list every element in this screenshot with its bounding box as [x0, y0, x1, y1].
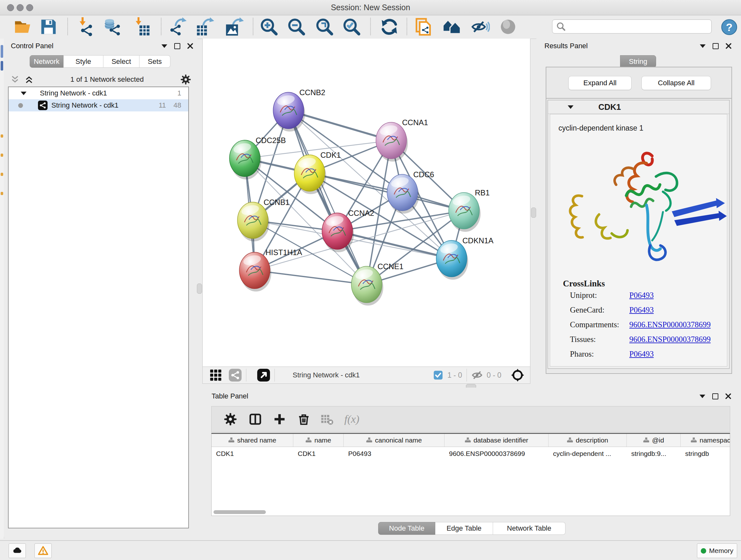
panel-menu-icon[interactable]	[700, 44, 705, 48]
collapse-all-networks-icon[interactable]	[10, 75, 20, 84]
column-header-database-identifier[interactable]: database identifier	[445, 434, 549, 447]
crosslink-link[interactable]: P06493	[629, 291, 654, 300]
column-header-canonical-name[interactable]: canonical name	[344, 434, 445, 447]
network-options-gear-icon[interactable]	[180, 74, 191, 85]
tab-string[interactable]: String	[620, 55, 656, 68]
node-table-body: CDK1CDK1P064939606.ENSP00000378699cyclin…	[212, 447, 730, 460]
cloud-status-button[interactable]	[9, 543, 26, 558]
create-column-icon[interactable]	[273, 413, 286, 426]
zoom-in-icon[interactable]	[259, 17, 279, 37]
panel-menu-icon[interactable]	[161, 44, 167, 48]
import-table-file-icon[interactable]	[132, 17, 151, 37]
node-CCNB2[interactable]: CCNB2	[273, 88, 325, 132]
node-label: RB1	[475, 188, 490, 197]
node-HIST1H1A[interactable]: HIST1H1A	[239, 248, 302, 292]
node-CDC25B[interactable]: CDC25B	[229, 136, 286, 179]
memory-button[interactable]: Memory	[697, 543, 737, 558]
node-CCNA1[interactable]: CCNA1	[376, 118, 428, 162]
warnings-button[interactable]	[35, 543, 52, 558]
fit-selected-crosshair-icon[interactable]	[510, 368, 525, 382]
import-network-database-icon[interactable]	[103, 17, 122, 37]
show-columns-icon[interactable]	[249, 413, 262, 426]
import-network-file-icon[interactable]	[77, 17, 96, 37]
panel-float-icon[interactable]	[712, 393, 718, 399]
panel-close-icon[interactable]	[725, 393, 731, 399]
table-cell[interactable]: stringdb:9...	[627, 447, 681, 460]
hide-glass-effect-icon[interactable]	[471, 17, 490, 37]
clone-network-icon[interactable]	[413, 17, 432, 37]
crosslink-link[interactable]: P06493	[629, 306, 654, 314]
open-session-icon[interactable]	[13, 17, 32, 37]
gene-section-header[interactable]: CDK1	[548, 100, 729, 114]
edge-CCNB2-CCNE1[interactable]	[288, 111, 367, 285]
table-cell[interactable]: stringdb	[681, 447, 730, 460]
table-cell[interactable]: 9606.ENSP00000378699	[445, 447, 549, 460]
table-hscrollbar-thumb[interactable]	[213, 510, 266, 514]
network-collection-row[interactable]: String Network - cdk1 1	[9, 87, 188, 99]
node-CCNA2[interactable]: CCNA2	[322, 209, 374, 252]
node-CDKN1A[interactable]: CDKN1A	[436, 236, 493, 280]
crosslink-link[interactable]: 9606.ENSP00000378699	[629, 320, 711, 329]
column-header-description[interactable]: description	[549, 434, 627, 447]
node-CCNE1[interactable]: CCNE1	[351, 262, 403, 306]
table-row[interactable]: CDK1CDK1P064939606.ENSP00000378699cyclin…	[212, 447, 730, 460]
tab-network-table[interactable]: Network Table	[493, 522, 565, 535]
tab-edge-table[interactable]: Edge Table	[435, 522, 493, 535]
birds-eye-view-icon[interactable]	[257, 369, 270, 381]
tab-style[interactable]: Style	[64, 55, 104, 68]
table-cell[interactable]: P06493	[344, 447, 445, 460]
delete-column-icon[interactable]	[297, 413, 311, 426]
expand-all-button[interactable]: Expand All	[568, 76, 631, 90]
string-network-graph[interactable]: CCNB2CCNA1CDC25BCDK1CDC6RB1CCNB1CCNA2CDK…	[203, 39, 530, 366]
export-table-icon[interactable]	[196, 17, 215, 37]
edge-HIST1H1A-CCNE1[interactable]	[255, 270, 367, 285]
column-header-namespace[interactable]: namespace	[681, 434, 730, 447]
save-session-icon[interactable]	[39, 17, 58, 37]
node-RB1[interactable]: RB1	[449, 188, 490, 232]
export-network-icon[interactable]	[169, 17, 188, 37]
selected-checkbox-icon[interactable]	[433, 370, 443, 380]
search-field[interactable]	[552, 19, 712, 34]
vertical-splitter-grip[interactable]	[531, 207, 536, 218]
table-cell[interactable]: CDK1	[293, 447, 344, 460]
search-input[interactable]	[568, 22, 704, 31]
column-header-@id[interactable]: @id	[627, 434, 681, 447]
table-options-gear-icon[interactable]	[224, 413, 237, 426]
table-cell[interactable]: cyclin-dependent ...	[549, 447, 627, 460]
crosslink-link[interactable]: P06493	[629, 350, 654, 359]
node-CDC6[interactable]: CDC6	[387, 170, 434, 213]
edge-CDK1-RB1[interactable]	[310, 173, 464, 211]
column-header-shared-name[interactable]: shared name	[212, 434, 293, 447]
collapse-all-button[interactable]: Collapse All	[642, 76, 711, 90]
home-icon[interactable]	[442, 17, 461, 37]
zoom-fit-icon[interactable]	[315, 17, 334, 37]
vertical-splitter-grip[interactable]	[197, 284, 202, 294]
panel-float-icon[interactable]	[174, 43, 180, 49]
tab-node-table[interactable]: Node Table	[378, 522, 435, 535]
zoom-out-icon[interactable]	[287, 17, 306, 37]
network-grid-view-icon[interactable]	[210, 369, 222, 381]
network-row-selected[interactable]: String Network - cdk1 11 48	[9, 99, 188, 111]
network-canvas[interactable]: CCNB2CCNA1CDC25BCDK1CDC6RB1CCNB1CCNA2CDK…	[202, 39, 530, 367]
apply-layout-icon[interactable]	[380, 17, 399, 37]
table-hscrollbar[interactable]	[212, 510, 729, 514]
panel-close-icon[interactable]	[726, 43, 731, 49]
collection-expander-icon[interactable]	[21, 91, 26, 95]
zoom-selected-icon[interactable]	[342, 17, 361, 37]
panel-close-icon[interactable]	[187, 43, 193, 49]
export-image-icon[interactable]	[226, 17, 245, 37]
table-cell[interactable]: CDK1	[212, 447, 293, 460]
expand-all-networks-icon[interactable]	[24, 75, 34, 84]
panel-menu-icon[interactable]	[699, 395, 705, 398]
tab-network[interactable]: Network	[30, 55, 64, 68]
node-CCNB1[interactable]: CCNB1	[238, 198, 289, 241]
gene-expander-icon[interactable]	[568, 105, 574, 109]
tab-sets[interactable]: Sets	[139, 55, 171, 68]
crosslink-link[interactable]: 9606.ENSP00000378699	[629, 335, 711, 344]
help-icon[interactable]: ?	[721, 18, 740, 38]
tab-select[interactable]: Select	[104, 55, 139, 68]
preview-mode-icon[interactable]	[498, 17, 518, 37]
panel-float-icon[interactable]	[713, 43, 719, 49]
column-header-name[interactable]: name	[293, 434, 344, 447]
network-view-share-icon[interactable]	[229, 369, 242, 381]
